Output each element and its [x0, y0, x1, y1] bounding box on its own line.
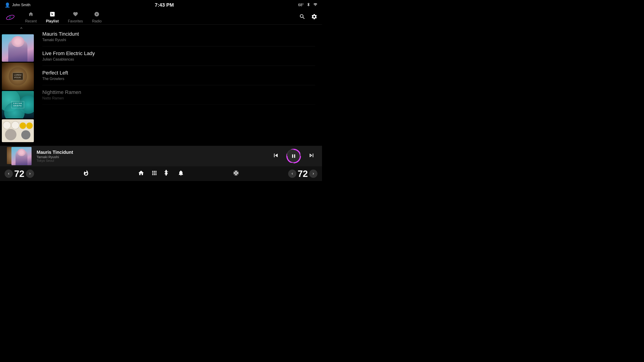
temp-left-prev-button[interactable] [4, 170, 13, 178]
pause-button[interactable] [286, 149, 301, 163]
prev-track-button[interactable] [272, 152, 280, 161]
taskbar-right: 72 [288, 169, 318, 179]
taskbar-left-icons [83, 170, 89, 178]
album-art-3[interactable]: coLorShAPE [2, 91, 34, 118]
cool-right-icon[interactable] [233, 170, 239, 178]
status-time: 7:43 PM [155, 2, 174, 8]
now-playing-location: Tokyo Seoul [36, 159, 268, 162]
status-bar: 👤 John Smith 7:43 PM 68° [0, 0, 322, 10]
svg-text:♪: ♪ [9, 14, 11, 19]
settings-button[interactable] [311, 13, 318, 21]
playlist-panel: Mauris Tincidunt Tamaki Ryushi Live From… [36, 25, 322, 166]
app-logo[interactable]: ♪ [4, 12, 16, 22]
album-art-2[interactable]: LOREMIPSUM. [2, 63, 34, 90]
radio-icon [94, 11, 100, 18]
taskbar-left: 72 [4, 169, 34, 179]
tab-radio-label: Radio [92, 19, 102, 23]
playlist-item-4-title: Nighttime Ramen [42, 89, 315, 95]
playlist-item-3-title: Perfect Left [42, 70, 315, 76]
now-playing-controls [272, 149, 315, 163]
tab-recent-label: Recent [25, 19, 37, 23]
playlist-item-1-artist: Tamaki Ryushi [42, 38, 315, 42]
tab-playlist[interactable]: Playlist [46, 11, 59, 23]
sidebar: ⌃ LOREMIPSUM. coLorShAPE [0, 25, 36, 166]
search-button[interactable] [299, 13, 306, 21]
home-icon[interactable] [138, 170, 144, 178]
now-playing-artist: Tamaki Ryushi [36, 155, 268, 159]
next-track-button[interactable] [308, 152, 315, 161]
apps-icon[interactable] [151, 170, 158, 178]
playlist-item-2-title: Live From Electric Lady [42, 50, 315, 56]
scroll-up-button[interactable]: ⌃ [19, 26, 23, 32]
status-indicators: 68° [298, 2, 318, 8]
nav-actions [299, 13, 318, 21]
lorem-badge: LOREMIPSUM. [12, 73, 23, 80]
temp-right-display: 72 [298, 169, 308, 179]
temp-right-prev-button[interactable] [288, 170, 296, 178]
main-content: ⌃ LOREMIPSUM. coLorShAPE [0, 25, 322, 166]
taskbar: 72 [0, 166, 322, 181]
playlist-item-4[interactable]: Nighttime Ramen Natto Ramen [42, 85, 315, 105]
album-art-1[interactable] [2, 34, 34, 62]
svg-rect-3 [51, 13, 52, 13]
tab-favorites-label: Favorites [68, 19, 83, 23]
nav-bar: ♪ Recent Playlist Favorites [0, 10, 322, 25]
favorites-icon [73, 11, 78, 18]
fan-icon[interactable] [164, 170, 171, 178]
temp-left-next-button[interactable] [26, 170, 34, 178]
tab-favorites[interactable]: Favorites [68, 11, 83, 23]
recent-icon [28, 11, 34, 18]
nav-tabs: Recent Playlist Favorites Radio [25, 11, 299, 23]
playlist-icon [50, 11, 55, 18]
tab-radio[interactable]: Radio [92, 11, 102, 23]
now-playing-album-stack: LOREMIPSUM. [7, 147, 32, 165]
tab-playlist-label: Playlist [46, 19, 59, 23]
user-name: John Smith [12, 3, 30, 7]
status-user: 👤 John Smith [4, 2, 30, 8]
temp-left-display: 72 [14, 169, 24, 179]
now-playing-bar: LOREMIPSUM. Mauris Tincidunt Tamaki Ryus… [0, 146, 322, 166]
color-shape-label: coLorShAPE [11, 101, 24, 108]
bell-icon[interactable] [178, 170, 184, 178]
user-avatar-icon: 👤 [4, 2, 10, 8]
bluetooth-icon [306, 2, 310, 8]
now-playing-title: Mauris Tincidunt [36, 150, 268, 155]
playlist-item-1-title: Mauris Tincidunt [42, 31, 315, 37]
playlist-item-2[interactable]: Live From Electric Lady Julian Casablanc… [42, 46, 315, 66]
playlist-item-4-artist: Natto Ramen [42, 96, 315, 100]
heat-left-icon[interactable] [83, 170, 89, 178]
now-playing-info: Mauris Tincidunt Tamaki Ryushi Tokyo Seo… [36, 150, 268, 162]
pause-button-inner [288, 150, 300, 162]
tab-recent[interactable]: Recent [25, 11, 37, 23]
taskbar-right-icons [233, 170, 239, 178]
playlist-item-3[interactable]: Perfect Left The Growlers [42, 66, 315, 85]
playlist-item-2-artist: Julian Casablancas [42, 57, 315, 61]
temp-right-next-button[interactable] [309, 170, 318, 178]
album-art-4[interactable] [2, 119, 34, 142]
temperature-display: 68° [298, 3, 304, 7]
playlist-item-3-artist: The Growlers [42, 77, 315, 81]
signal-icon [313, 2, 318, 8]
taskbar-center [138, 170, 184, 178]
playlist-item-1[interactable]: Mauris Tincidunt Tamaki Ryushi [42, 27, 315, 46]
